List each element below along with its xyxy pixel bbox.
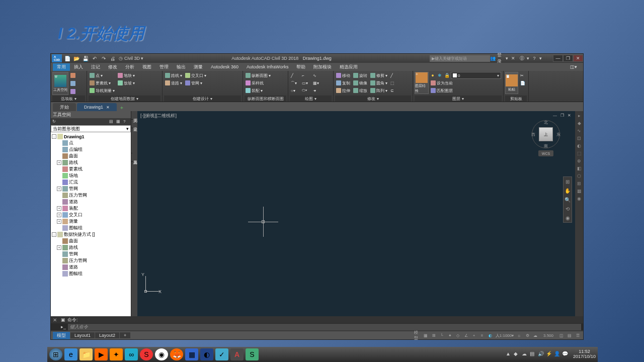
st-clean-icon[interactable]: ▤ <box>566 332 573 338</box>
st-track-icon[interactable]: ∠ <box>462 332 469 338</box>
layout1-tab[interactable]: Layout1 <box>70 332 95 338</box>
st-anno-icon[interactable]: ☼ <box>516 332 523 338</box>
qat-save-icon[interactable]: 💾 <box>82 55 90 62</box>
st-cloud-icon[interactable]: ☁ <box>532 332 539 338</box>
tree-node[interactable]: 图幅组 <box>52 270 130 277</box>
tree-node[interactable]: -Drawing1 <box>52 133 130 140</box>
sample-btn[interactable]: 采样线 <box>245 79 272 86</box>
tray-5[interactable]: ⚡ <box>546 351 553 358</box>
tab-home[interactable]: 常用 <box>53 63 70 71</box>
tab-output[interactable]: 输出 <box>173 63 190 71</box>
drawing-tab[interactable]: Drawing1✕ <box>77 103 117 111</box>
offset-icon[interactable]: ⊆ <box>389 87 399 94</box>
toolspace-button[interactable]: ⚒ 工具空间 <box>52 72 68 95</box>
tb-app1-icon[interactable]: ✦ <box>110 348 123 360</box>
tree-node[interactable]: 管网 <box>52 251 130 257</box>
tree-node[interactable]: 曲面 <box>52 153 130 159</box>
viewcube[interactable]: 北 南 东 西 上 WCS <box>532 120 560 158</box>
new-tab-button[interactable]: + <box>118 104 126 111</box>
qat-undo-icon[interactable]: ↶ <box>91 55 99 62</box>
window-maximize[interactable]: ❐ <box>563 55 573 62</box>
tb-app3-icon[interactable]: ▦ <box>185 348 198 360</box>
close-tab-icon[interactable]: ✕ <box>106 105 110 110</box>
rt-btn-1[interactable]: ▸ <box>575 112 583 119</box>
help-icon[interactable]: ? <box>531 55 538 62</box>
login-button[interactable]: 登录 <box>497 55 504 62</box>
tree-node[interactable]: 场地 <box>52 172 130 179</box>
tb-cloud-icon[interactable]: ∞ <box>125 348 138 360</box>
st-custom-icon[interactable]: ☰ <box>574 332 581 338</box>
qat-open-icon[interactable]: 📂 <box>72 55 80 62</box>
qat-redo-icon[interactable]: ↷ <box>100 55 108 62</box>
tb-app2-icon[interactable]: S <box>140 348 153 360</box>
panel-modify[interactable]: 修改 ▾ <box>335 96 411 102</box>
rt-btn-10[interactable]: ⊞ <box>575 180 583 187</box>
paste-button[interactable]: 📋 粘贴 <box>505 72 518 94</box>
layer-set-current[interactable]: 设为当前 <box>430 79 502 86</box>
featureline-btn[interactable]: 放坡 ▾ <box>117 79 136 86</box>
tray-2[interactable]: ☁ <box>522 351 529 358</box>
copy-clip-icon[interactable]: 📄 <box>519 79 529 86</box>
st-snap-icon[interactable]: ⊞ <box>430 332 437 338</box>
tree-node[interactable]: 点 <box>52 140 130 146</box>
panel-draw[interactable]: 绘图 ▾ <box>290 96 332 102</box>
st-osnap-icon[interactable]: ◇ <box>454 332 461 338</box>
profile-btn[interactable]: 纵断面图 ▾ <box>245 72 272 79</box>
nav-orbit-icon[interactable]: ⟲ <box>564 204 572 213</box>
tab-survey[interactable]: 测量 <box>190 63 207 71</box>
st-ortho-icon[interactable]: └ <box>438 332 445 338</box>
panel-layers[interactable]: 图层 ▾ <box>415 96 502 102</box>
line-btn[interactable]: ╱ <box>290 72 300 79</box>
rt-btn-9[interactable]: ⬡ <box>575 172 583 179</box>
rt-btn-7[interactable]: ⊕ <box>575 157 583 164</box>
tab-analyze[interactable]: 分析 <box>121 63 138 71</box>
vp-minimize-icon[interactable]: — <box>552 113 558 118</box>
vp-maximize-icon[interactable]: ❐ <box>559 113 565 118</box>
tray-7[interactable]: 💬 <box>562 351 569 358</box>
st-grid-icon[interactable]: ▦ <box>422 332 429 338</box>
ts-refresh-icon[interactable]: ↻ <box>52 119 58 124</box>
window-minimize[interactable]: — <box>553 55 563 62</box>
tb-ie-icon[interactable]: e <box>64 348 77 360</box>
tree-node[interactable]: +测量 <box>52 218 130 225</box>
tb-chrome-icon[interactable]: ◉ <box>155 348 168 360</box>
help-search[interactable]: ▶ 键入关键字或短语 <box>430 55 490 62</box>
a360-icon[interactable]: ⓪ <box>518 55 525 62</box>
rt-btn-8[interactable]: ◧ <box>575 165 583 172</box>
copy-btn[interactable]: 复制 <box>335 79 351 86</box>
rt-btn-3[interactable]: ∿ <box>575 127 583 134</box>
viewcube-top[interactable]: 上 <box>539 127 553 141</box>
viewport-label[interactable]: [-][俯视][二维线框] <box>140 113 177 119</box>
ts-help-icon[interactable]: ? <box>123 119 129 124</box>
tree-node[interactable]: 压力管网 <box>52 192 130 199</box>
drawing-canvas[interactable]: [-][俯视][二维线框] — ❐ ✕ 北 南 东 西 上 WCS <box>137 111 575 316</box>
stretch-btn[interactable]: 拉伸 <box>335 87 351 94</box>
qat-new-icon[interactable]: 📄 <box>63 55 71 62</box>
tab-annotate[interactable]: 注记 <box>87 63 104 71</box>
tree-node[interactable]: +路线 <box>52 159 130 166</box>
layer-bulb-icon[interactable]: ● <box>430 72 436 78</box>
panel-design[interactable]: 创建设计 ▾ <box>164 96 241 102</box>
vp-close-icon[interactable]: ✕ <box>566 113 572 118</box>
tree-node[interactable]: +交叉口 <box>52 212 130 218</box>
st-model-icon[interactable]: 模型 <box>414 332 421 338</box>
prospector-tree[interactable]: -Drawing1点点编组曲面+路线要素线场地汇流+管网压力管网道路+装配+交叉… <box>51 132 131 316</box>
tab-autodesk360[interactable]: Autodesk 360 <box>207 64 243 70</box>
rect-btn[interactable]: ▭▾ <box>301 79 311 86</box>
pipe-btn[interactable]: 管网 ▾ <box>184 79 207 86</box>
nav-zoom-icon[interactable]: 🔍 <box>564 195 572 204</box>
layer-props-button[interactable]: ≡ 图层特性 <box>415 72 429 94</box>
array-btn[interactable]: 阵列▾ <box>369 87 388 94</box>
fillet-btn[interactable]: 圆角▾ <box>369 79 388 86</box>
tb-snagit-icon[interactable]: S <box>246 348 259 360</box>
tree-node[interactable]: 点编组 <box>52 146 130 153</box>
st-scale[interactable]: 人1:1000▾ <box>495 332 515 338</box>
wcs-badge[interactable]: WCS <box>538 150 553 156</box>
tb-explorer-icon[interactable]: 📁 <box>79 348 93 360</box>
tb-player-icon[interactable]: ▶ <box>95 348 108 360</box>
workspace-dropdown[interactable]: Civil 3D <box>124 56 140 61</box>
tray-4[interactable]: 🔊 <box>538 351 545 358</box>
tb-autocad-icon[interactable]: A <box>230 348 244 360</box>
palette-btn-3[interactable] <box>69 88 79 95</box>
traverse-btn[interactable]: 导线测量 ▾ <box>89 87 116 94</box>
